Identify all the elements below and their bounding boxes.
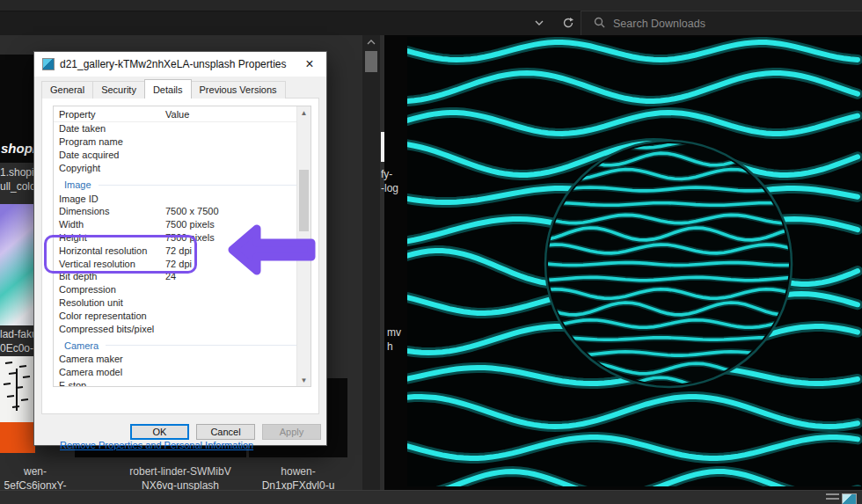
file-label[interactable]: robert-linder-SWMibVNX6vg-unsplash [114, 464, 246, 493]
dialog-title: d21_gallery-kTMw2nhXeLA-unsplash Propert… [60, 58, 296, 70]
search-placeholder: Search Downloads [613, 18, 705, 30]
preview-image-neon-waves [407, 37, 862, 486]
refresh-icon[interactable] [557, 13, 580, 33]
scroll-up-icon[interactable] [365, 39, 377, 49]
column-property: Property [59, 109, 165, 120]
property-row[interactable]: Compression [54, 283, 310, 296]
details-view-icon[interactable] [826, 493, 839, 504]
tab-previous-versions[interactable]: Previous Versions [191, 81, 286, 99]
apply-button[interactable]: Apply [262, 424, 321, 440]
preview-pane [384, 35, 862, 490]
dialog-buttons: OKCancelApply [130, 424, 321, 440]
file-label[interactable]: mvh [387, 325, 406, 354]
property-row[interactable]: Camera maker [54, 353, 310, 366]
tab-details[interactable]: Details [144, 79, 192, 99]
property-row[interactable]: Date taken [54, 122, 310, 135]
file-list-scrollbar[interactable] [362, 35, 380, 490]
status-bar [0, 490, 862, 504]
cancel-button[interactable]: Cancel [196, 424, 255, 440]
section-header: Camera [54, 339, 310, 353]
scroll-down-icon[interactable]: ▼ [297, 374, 310, 386]
property-row[interactable]: Color representation [54, 309, 310, 322]
ok-button[interactable]: OK [130, 424, 189, 440]
dialog-title-bar: d21_gallery-kTMw2nhXeLA-unsplash Propert… [34, 52, 326, 77]
list-header: Property Value [54, 106, 310, 122]
property-row[interactable]: Compressed bits/pixel [54, 322, 310, 335]
search-icon [594, 16, 605, 32]
property-row[interactable]: Copyright [54, 161, 310, 174]
property-row[interactable]: Date acquired [54, 149, 310, 162]
file-label[interactable]: fy--log [381, 167, 405, 195]
column-value: Value [165, 109, 189, 120]
thumbnail-birds[interactable] [0, 356, 35, 453]
property-row[interactable]: Dimensions7500 x 7500 [54, 205, 310, 218]
dialog-tabs: GeneralSecurityDetailsPrevious Versions [41, 79, 285, 99]
property-row[interactable]: F-stop [54, 379, 310, 387]
scrollbar-thumb[interactable] [365, 51, 377, 72]
close-icon[interactable]: × [301, 55, 318, 73]
search-input[interactable]: Search Downloads [581, 11, 862, 35]
chevron-down-icon[interactable] [528, 13, 551, 33]
annotation-highlight-ring [44, 235, 197, 274]
file-label[interactable]: 1.shopifyull_color [0, 165, 35, 194]
shopify-logo-text: shopi [1, 141, 36, 156]
section-header: Image [54, 178, 310, 192]
property-row[interactable]: Camera model [54, 366, 310, 379]
birds-marks [0, 356, 35, 422]
annotation-arrow-icon [227, 222, 318, 278]
remove-properties-link[interactable]: Remove Properties and Personal Informati… [60, 440, 253, 450]
thumbnail-view-icon[interactable] [842, 493, 857, 504]
image-file-icon [42, 58, 55, 70]
property-row[interactable]: Program name [54, 135, 310, 149]
property-row[interactable]: Image ID [54, 192, 310, 205]
tab-general[interactable]: General [41, 81, 93, 99]
scroll-up-icon[interactable]: ▲ [297, 106, 310, 119]
property-row[interactable]: Resolution unit [54, 296, 310, 310]
thumbnail-gradient-art[interactable] [0, 204, 33, 325]
file-label[interactable]: lad-faku0Ec0o-e [0, 327, 35, 355]
explorer-toolbar: Search Downloads [0, 0, 862, 35]
tab-security[interactable]: Security [92, 81, 145, 99]
